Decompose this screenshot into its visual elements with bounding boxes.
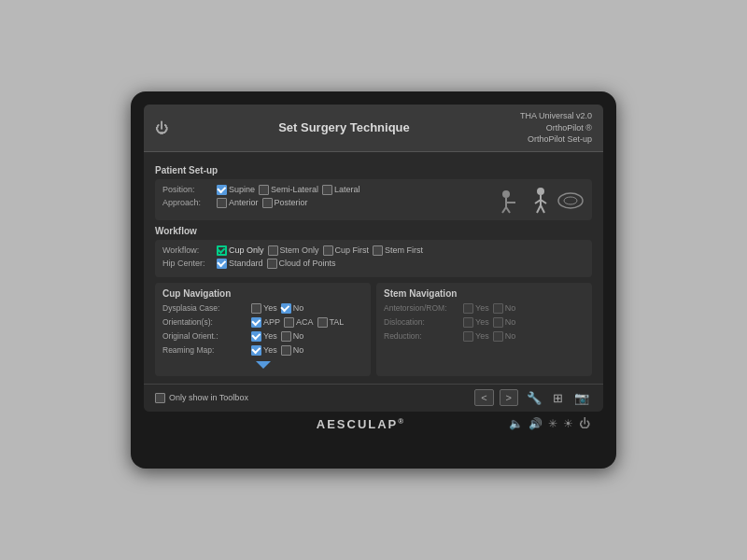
hip-center-standard[interactable]: Standard — [217, 259, 263, 269]
dysplasia-row: Dysplasia Case: Yes No — [162, 303, 363, 314]
svg-point-11 — [558, 193, 583, 208]
workflow-cup-only[interactable]: Cup Only — [217, 245, 264, 256]
header-title: Set Surgery Technique — [168, 120, 520, 134]
only-show-checkbox[interactable] — [155, 393, 165, 403]
volume-high-icon[interactable]: 🔊 — [529, 417, 543, 430]
cup-navigation: Cup Navigation Dysplasia Case: Yes — [155, 283, 371, 376]
reduction-no[interactable]: No — [493, 331, 516, 342]
reaming-map-row: Reaming Map: Yes No — [162, 345, 363, 356]
orient-app[interactable]: APP — [251, 317, 280, 328]
lying-person-icon — [497, 187, 525, 215]
original-orient-row: Original Orient.: Yes No — [162, 331, 363, 342]
position-semi-lateral[interactable]: Semi-Lateral — [259, 185, 318, 195]
stem-nav-title: Stem Navigation — [384, 288, 585, 299]
position-label: Position: — [162, 185, 217, 194]
approach-label: Approach: — [162, 198, 217, 207]
wrench-icon[interactable]: 🔧 — [524, 389, 544, 407]
workflow-section: Workflow: Cup Only Stem Only — [155, 240, 592, 277]
prev-button[interactable]: < — [474, 389, 493, 406]
reduction-yes[interactable]: Yes — [463, 331, 489, 342]
dislocation-row: Dislocation: Yes No — [384, 317, 585, 328]
header-right: THA Universal v2.0 OrthoPilot ® OrthoPil… — [520, 110, 592, 146]
antetorsion-row: Antetorsion/ROM: Yes No — [384, 303, 585, 314]
side-person-icon — [557, 190, 585, 211]
power-bottom-icon[interactable]: ⏻ — [579, 417, 590, 430]
approach-anterior[interactable]: Anterior — [217, 198, 259, 208]
position-supine[interactable]: Supine — [217, 185, 255, 195]
dislocation-yes[interactable]: Yes — [463, 317, 489, 328]
stem-navigation: Stem Navigation Antetorsion/ROM: Yes — [376, 283, 592, 376]
toolbar: Only show in Toolbox < > 🔧 ⊞ 📷 — [144, 384, 603, 412]
svg-point-5 — [537, 188, 544, 195]
standing-person-icon — [529, 187, 553, 215]
hip-center-cloud[interactable]: Cloud of Points — [267, 259, 336, 269]
approach-posterior[interactable]: Posterior — [262, 198, 308, 208]
workflow-label: Workflow: — [162, 245, 217, 255]
brand-name: AESCULAP® — [213, 417, 509, 431]
cup-nav-title: Cup Navigation — [162, 288, 363, 299]
reaming-yes[interactable]: Yes — [251, 345, 277, 356]
hip-center-label: Hip Center: — [162, 259, 217, 268]
reduction-row: Reduction: Yes No — [384, 331, 585, 342]
dysplasia-yes[interactable]: Yes — [251, 303, 277, 314]
patient-setup-header: Patient Set-up — [155, 165, 592, 175]
power-icon[interactable]: ⏻ — [155, 120, 168, 135]
dislocation-no[interactable]: No — [493, 317, 516, 328]
orient-aca[interactable]: ACA — [284, 317, 314, 328]
workflow-stem-only[interactable]: Stem Only — [268, 245, 319, 256]
header: ⏻ Set Surgery Technique THA Universal v2… — [144, 105, 603, 152]
sun-icon[interactable]: ☀ — [563, 417, 573, 430]
position-lateral[interactable]: Lateral — [322, 185, 360, 195]
workflow-stem-first[interactable]: Stem First — [373, 245, 423, 256]
antetorsion-yes[interactable]: Yes — [463, 303, 489, 314]
reaming-no[interactable]: No — [281, 345, 304, 356]
dysplasia-no[interactable]: No — [281, 303, 304, 314]
patient-icons — [497, 185, 585, 215]
orig-orient-no[interactable]: No — [281, 331, 304, 342]
workflow-header: Workflow — [155, 226, 592, 236]
only-show-label: Only show in Toolbox — [169, 393, 248, 402]
navigation-section: Cup Navigation Dysplasia Case: Yes — [155, 283, 592, 376]
camera-icon[interactable]: 📷 — [571, 389, 592, 407]
svg-point-12 — [564, 197, 577, 204]
orig-orient-yes[interactable]: Yes — [251, 331, 277, 342]
expand-arrow[interactable] — [256, 361, 271, 369]
volume-low-icon[interactable]: 🔈 — [509, 417, 523, 430]
patient-setup-section: Position: Supine Semi-Lateral — [155, 179, 592, 220]
bottom-icons: 🔈 🔊 ✳ ☀ ⏻ — [509, 417, 590, 430]
next-button[interactable]: > — [500, 389, 518, 406]
grid-icon[interactable]: ⊞ — [550, 389, 566, 407]
antetorsion-no[interactable]: No — [493, 303, 516, 314]
svg-line-4 — [506, 207, 510, 213]
brightness-icon[interactable]: ✳ — [548, 417, 557, 430]
svg-line-9 — [537, 205, 541, 213]
orientation-row: Orientation(s): APP ACA — [162, 317, 363, 328]
svg-line-10 — [541, 205, 544, 213]
monitor-bottom: AESCULAP® 🔈 🔊 ✳ ☀ ⏻ — [144, 412, 603, 431]
workflow-cup-first[interactable]: Cup First — [323, 245, 370, 256]
orient-tal[interactable]: TAL — [317, 317, 345, 328]
svg-point-0 — [502, 190, 510, 198]
